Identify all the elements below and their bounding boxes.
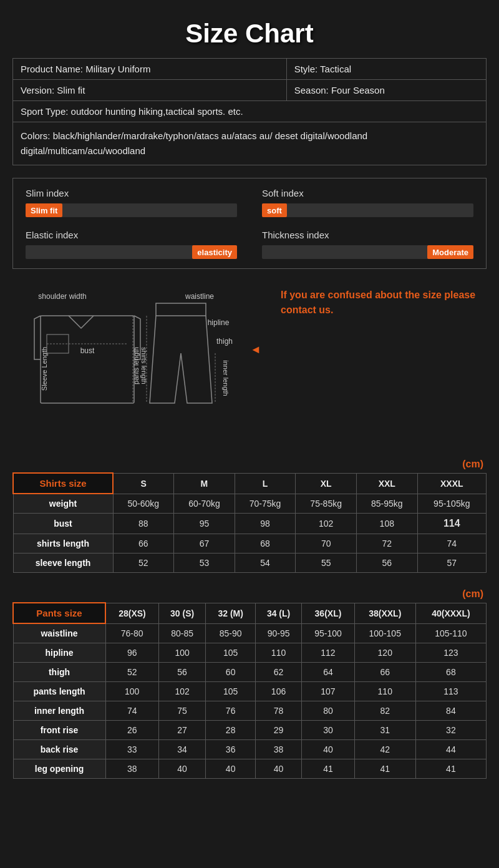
pants-cm-label: (cm) [12,588,487,600]
product-info-table: Product Name: Military Uniform Style: Ta… [12,58,487,165]
shirts-cell: 56 [356,553,417,573]
pants-size-col-header: 30 (S) [158,603,206,623]
shirts-cell: 114 [417,514,486,534]
shirts-cell: 70 [296,534,357,553]
pants-cell: 123 [415,643,486,663]
colors-row: Colors: black/highlander/mardrake/typhon… [13,122,487,165]
pants-cell: 62 [255,663,301,682]
shirts-data-row: bust889598102108114 [13,514,487,534]
pants-size-col-header: 32 (M) [206,603,255,623]
pants-row-label: hipline [13,643,105,663]
hipline-diagram-label: hipline [208,318,230,327]
shirts-data-row: weight50-60kg60-70kg70-75kg75-85kg85-95k… [13,494,487,514]
shirts-row-label: weight [13,494,113,514]
thickness-bar-label: Moderate [427,245,473,259]
pants-row-label: waistline [13,623,105,643]
pants-cell: 90-95 [255,623,301,643]
pants-row-label: thigh [13,663,105,682]
shirts-cell: 68 [235,534,296,553]
diagram-note: If you are confused about the size pleas… [281,288,487,318]
shirts-cell: 72 [356,534,417,553]
pants-cell: 74 [105,701,158,721]
pants-cell: 113 [415,682,486,701]
pants-cell: 36 [206,740,255,759]
pants-cell: 76-80 [105,623,158,643]
soft-index-label: Soft index [262,188,473,198]
shirts-data-row: sleeve length525354555657 [13,553,487,573]
slim-item: Slim index Slim fit [26,188,237,217]
shirts-cell: 85-95kg [356,494,417,514]
pants-size-table: Pants size28(XS)30 (S)32 (M)34 (L)36(XL)… [12,602,487,779]
pants-data-row: waistline76-8080-8585-9090-9595-100100-1… [13,623,487,643]
shirts-cell: 53 [174,553,235,573]
svg-rect-4 [156,303,206,316]
soft-item: Soft index soft [262,188,473,217]
shirts-cell: 108 [356,514,417,534]
product-name-cell: Product Name: Military Uniform [13,59,287,80]
measurement-diagram: shoulder width waistline hipline thigh S… [12,288,274,437]
thigh-diagram-label: thigh [216,337,233,346]
pants-data-row: pants length100102105106107110113 [13,682,487,701]
version-season-row: Version: Slim fit Season: Four Season [13,80,487,101]
pants-cell: 27 [158,721,206,740]
shirts-cell: 50-60kg [113,494,174,514]
waistline-label: waistline [185,292,214,301]
thickness-index-label: Thickness index [262,230,473,240]
shirts-cell: 57 [417,553,486,573]
page-wrapper: Size Chart Product Name: Military Unifor… [0,0,499,797]
thickness-bar-container: Moderate [262,245,473,259]
pants-cell: 52 [105,663,158,682]
shirts-cell: 74 [417,534,486,553]
product-name-style-row: Product Name: Military Uniform Style: Ta… [13,59,487,80]
pants-row-label: back rise [13,740,105,759]
pants-cell: 38 [255,740,301,759]
shirts-cell: 66 [113,534,174,553]
pants-cell: 31 [354,721,415,740]
pants-data-row: leg opening38404040414141 [13,759,487,779]
pants-cell: 102 [158,682,206,701]
soft-bar-label: soft [262,203,287,217]
pants-cell: 64 [302,663,354,682]
shirts-size-col-header: M [174,473,235,494]
pants-cell: 29 [255,721,301,740]
pants-cell: 68 [415,663,486,682]
pants-data-row: hipline96100105110112120123 [13,643,487,663]
shirts-size-col-header: L [235,473,296,494]
shirts-data-row: shirts length666768707274 [13,534,487,553]
slim-index-label: Slim index [26,188,237,198]
shirts-cell: 55 [296,553,357,573]
shirts-header-row: Shirts sizeSMLXLXXLXXXL [13,473,487,494]
slim-soft-row: Slim index Slim fit Soft index soft [26,188,473,217]
arrow-icon: ◄ [250,343,261,356]
pants-cell: 56 [158,663,206,682]
pants-cell: 84 [415,701,486,721]
pants-cell: 85-90 [206,623,255,643]
pants-cell: 60 [206,663,255,682]
diagram-note-text: If you are confused about the size pleas… [281,288,487,318]
shirts-cell: 98 [235,514,296,534]
pants-cell: 106 [255,682,301,701]
shirts-section-header: Shirts size [13,473,113,494]
pants-cell: 32 [415,721,486,740]
thickness-item: Thickness index Moderate [262,230,473,259]
pants-size-col-header: 34 (L) [255,603,301,623]
diagram-svg-wrapper: shoulder width waistline hipline thigh S… [12,288,274,440]
pants-cell: 105 [206,682,255,701]
pants-cell: 66 [354,663,415,682]
pants-cell: 80 [302,701,354,721]
pants-cell: 110 [255,643,301,663]
pants-row-label: front rise [13,721,105,740]
style-cell: Style: Tactical [286,59,486,80]
bust-diagram-label: bust [80,346,95,355]
shirts-cm-label: (cm) [12,459,487,470]
shirts-cell: 75-85kg [296,494,357,514]
shirts-cell: 67 [174,534,235,553]
pants-cell: 100 [158,643,206,663]
pants-cell: 40 [302,740,354,759]
shirts-size-col-header: XXXL [417,473,486,494]
pants-cell: 40 [255,759,301,779]
shirt-outline: bust shirts length [34,316,148,403]
pants-data-row: front rise26272829303132 [13,721,487,740]
attributes-section: Slim index Slim fit Soft index soft Elas… [12,178,487,269]
diagram-section: shoulder width waistline hipline thigh S… [12,281,487,446]
